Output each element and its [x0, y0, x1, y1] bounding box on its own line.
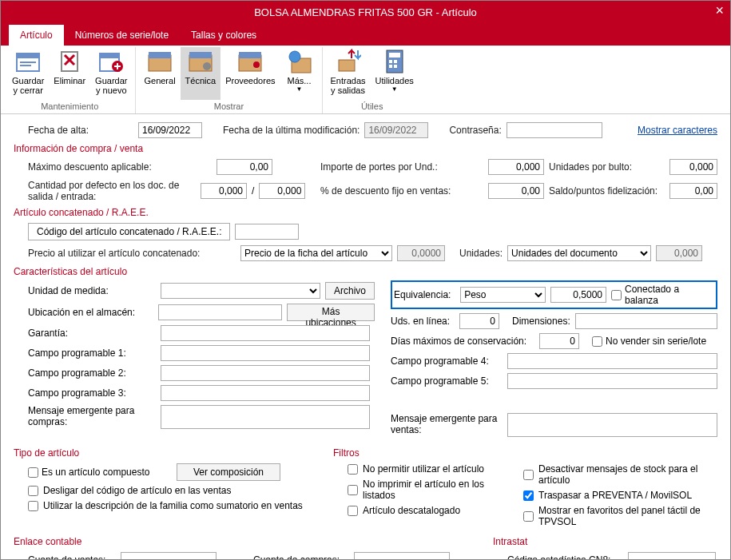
no-imprimir-checkbox[interactable]	[348, 485, 358, 495]
tab-tallas[interactable]: Tallas y colores	[180, 25, 268, 46]
close-icon[interactable]: ×	[715, 2, 724, 19]
traspasar-checkbox[interactable]	[523, 490, 534, 501]
tab-articulo[interactable]: Artículo	[9, 25, 64, 46]
tab-bar: Artículo Números de serie/lote Tallas y …	[1, 23, 730, 46]
codigo-label-box: Código del artículo concatenado / R.A.E.…	[28, 223, 230, 240]
ubicacion-input[interactable]	[158, 304, 282, 320]
codigo-concatenado-input[interactable]	[235, 224, 299, 240]
save-new-button[interactable]: Guardar y nuevo	[90, 47, 132, 100]
window-title: BOLSA ALMENDRAS FRITAS 500 GR - Artículo	[254, 6, 477, 18]
svg-rect-18	[239, 52, 261, 58]
importe-portes-input[interactable]	[488, 159, 544, 175]
garantia-label: Garantía:	[28, 328, 156, 339]
campo1-input[interactable]	[161, 345, 370, 361]
box-person-icon	[237, 49, 263, 74]
descatalogado-label: Artículo descatalogado	[363, 505, 460, 516]
ribbon-group-utiles: Entradas y salidas Utilidades ▼ Útiles	[323, 47, 422, 113]
unidades-concat-val	[656, 245, 702, 261]
campo4-input[interactable]	[507, 353, 717, 369]
ribbon: Guardar y cerrar Eliminar Guardar y nuev…	[1, 46, 730, 114]
utilidades-button[interactable]: Utilidades ▼	[371, 47, 419, 100]
no-permitir-checkbox[interactable]	[348, 464, 358, 475]
unidad-medida-select[interactable]	[161, 283, 320, 299]
tab-series[interactable]: Números de serie/lote	[64, 25, 180, 46]
uds-linea-label: Uds. en línea:	[391, 316, 455, 327]
delete-button[interactable]: Eliminar	[49, 47, 90, 100]
section-tipo: Tipo de artículo	[14, 447, 325, 459]
importe-portes-label: Importe de portes por Und.:	[320, 161, 483, 173]
msg-compras-input[interactable]	[161, 405, 370, 429]
ribbon-group-mantenimiento: Guardar y cerrar Eliminar Guardar y nuev…	[4, 47, 136, 113]
cant-entrada-input[interactable]	[259, 183, 305, 199]
mas-button[interactable]: Más... ▼	[280, 47, 319, 100]
svg-point-19	[253, 62, 260, 68]
campo3-label: Campo programable 3:	[28, 387, 156, 399]
svg-rect-28	[394, 65, 397, 68]
compuesto-checkbox[interactable]	[28, 467, 38, 478]
conectado-label: Conectado a balanza	[625, 284, 714, 306]
msg-ventas-input[interactable]	[507, 413, 717, 437]
svg-point-16	[203, 62, 211, 70]
content: Fecha de alta: Fecha de la última modifi…	[1, 114, 730, 560]
cn8-input[interactable]	[628, 552, 716, 560]
campo5-label: Campo programable 5:	[391, 375, 503, 387]
fecha-alta-input[interactable]	[138, 122, 202, 138]
campo5-input[interactable]	[507, 373, 717, 389]
save-close-button[interactable]: Guardar y cerrar	[7, 47, 49, 100]
proveedores-button[interactable]: Proveedores	[220, 47, 280, 100]
mas-ubicaciones-button[interactable]: Más ubicaciones	[287, 304, 375, 321]
svg-rect-24	[389, 53, 400, 58]
max-desc-input[interactable]	[217, 159, 272, 175]
svg-rect-8	[100, 54, 119, 58]
cta-compras-input[interactable]	[354, 552, 450, 560]
no-imprimir-label: No imprimir el artículo en los listados	[363, 479, 515, 501]
msg-ventas-label: Mensaje emergente para ventas:	[391, 413, 503, 435]
entradas-button[interactable]: Entradas y salidas	[326, 47, 371, 100]
ubicacion-label: Ubicación en el almacén:	[28, 307, 153, 318]
campo4-label: Campo programable 4:	[391, 355, 503, 367]
equivalencia-select[interactable]: Peso	[460, 287, 546, 303]
descatalogado-checkbox[interactable]	[348, 506, 358, 516]
save-icon	[15, 49, 41, 74]
unidades-concat-select[interactable]: Unidades del documento	[507, 245, 651, 261]
utilizar-desc-checkbox[interactable]	[28, 501, 38, 511]
general-button[interactable]: General	[139, 47, 180, 100]
desactivar-stock-checkbox[interactable]	[523, 470, 534, 480]
uds-linea-input[interactable]	[459, 313, 499, 329]
svg-rect-22	[339, 60, 355, 71]
delete-icon	[57, 49, 82, 74]
svg-rect-13	[149, 52, 171, 58]
favoritos-checkbox[interactable]	[523, 511, 534, 522]
conectado-balanza-checkbox[interactable]	[611, 290, 622, 300]
unidades-concat-label: Unidades:	[459, 248, 503, 259]
campo2-input[interactable]	[161, 365, 370, 381]
mostrar-caracteres-link[interactable]: Mostrar caracteres	[638, 125, 717, 136]
traspasar-label: Traspasar a PREVENTA / MovilSOL	[538, 490, 692, 501]
precio-concat-select[interactable]: Precio de la ficha del artículo	[240, 245, 392, 261]
ver-composicion-button[interactable]: Ver composición	[177, 463, 280, 481]
tecnica-button[interactable]: Técnica	[181, 47, 221, 100]
precio-concat-label: Precio al utilizar el artículo concatena…	[28, 248, 236, 259]
pct-desc-input[interactable]	[488, 183, 544, 199]
garantia-input[interactable]	[161, 325, 370, 341]
campo3-input[interactable]	[161, 385, 370, 401]
svg-rect-1	[17, 54, 39, 58]
save-new-icon	[98, 49, 124, 74]
no-vender-checkbox[interactable]	[592, 336, 602, 347]
svg-rect-26	[394, 60, 397, 63]
dimensiones-input[interactable]	[575, 313, 717, 329]
fecha-mod-label: Fecha de la última modificación:	[223, 125, 360, 136]
dias-max-input[interactable]	[539, 333, 579, 349]
contrasena-input[interactable]	[507, 122, 602, 138]
uds-bulto-input[interactable]	[669, 159, 717, 175]
archivo-button[interactable]: Archivo	[325, 282, 375, 300]
desligar-checkbox[interactable]	[28, 486, 38, 496]
equivalencia-val-input[interactable]	[550, 287, 606, 303]
saldo-input[interactable]	[669, 183, 717, 199]
cant-salida-input[interactable]	[201, 183, 247, 199]
ribbon-group-mostrar: General Técnica Proveedores Más... ▼ Mos…	[136, 47, 322, 113]
cta-ventas-input[interactable]	[121, 552, 217, 560]
box-gear-icon	[188, 49, 213, 74]
titlebar: BOLSA ALMENDRAS FRITAS 500 GR - Artículo…	[1, 1, 730, 23]
section-filtros: Filtros	[333, 447, 717, 459]
